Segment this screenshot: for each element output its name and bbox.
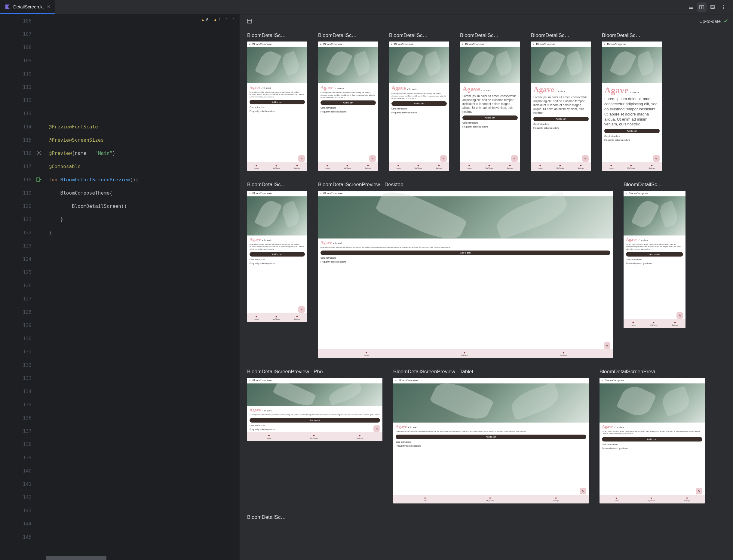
code-line[interactable]	[49, 239, 240, 253]
run-gutter-icon[interactable]	[36, 177, 42, 183]
line-number[interactable]: 127	[0, 292, 32, 306]
line-number[interactable]: 110	[0, 67, 32, 81]
line-number[interactable]: 143	[0, 504, 32, 517]
preview-canvas[interactable]: ≡BloomComposeAgave ✓ In stockLorem ipsum…	[599, 378, 705, 503]
line-number[interactable]: 128	[0, 306, 32, 319]
code-line[interactable]: @PreviewScreenSizes	[49, 134, 240, 147]
line-number[interactable]: 142	[0, 491, 32, 504]
file-tab[interactable]: DetailScreen.kt ✕	[0, 0, 55, 14]
line-number[interactable]: 116	[0, 147, 32, 160]
inspection-widget[interactable]: ▲ 6 ▲ 1 ˄ ˅	[201, 17, 235, 22]
line-number[interactable]: 141	[0, 478, 32, 491]
line-number[interactable]: 139	[0, 451, 32, 464]
horizontal-scrollbar[interactable]	[46, 556, 106, 560]
code-line[interactable]	[49, 94, 240, 107]
code-line[interactable]	[49, 332, 240, 345]
code-line[interactable]	[49, 385, 240, 398]
code-line[interactable]	[49, 319, 240, 332]
line-number[interactable]: 113	[0, 107, 32, 120]
code-line[interactable]	[49, 306, 240, 319]
code-line[interactable]	[49, 411, 240, 425]
code-line[interactable]	[49, 67, 240, 81]
line-number[interactable]: 121	[0, 213, 32, 226]
preview-canvas[interactable]: ≡BloomComposeAgave ✓ In stockLorem ipsum…	[247, 378, 382, 441]
code-line[interactable]	[49, 464, 240, 478]
line-number[interactable]: 109	[0, 54, 32, 67]
split-view-icon[interactable]	[697, 2, 707, 12]
code-content[interactable]: @PreviewFontScale@PreviewScreenSizes@Pre…	[46, 14, 240, 560]
code-line[interactable]: @PreviewFontScale	[49, 120, 240, 134]
code-line[interactable]	[49, 279, 240, 292]
code-line[interactable]	[49, 531, 240, 544]
line-number[interactable]: 145	[0, 531, 32, 544]
design-view-icon[interactable]	[708, 2, 717, 12]
line-number[interactable]: 133	[0, 372, 32, 385]
code-line[interactable]	[49, 358, 240, 372]
code-line[interactable]	[49, 491, 240, 504]
line-number[interactable]: 131	[0, 345, 32, 358]
code-line[interactable]	[49, 372, 240, 385]
line-number[interactable]: 123	[0, 239, 32, 253]
line-number[interactable]: 126	[0, 279, 32, 292]
code-line[interactable]	[49, 425, 240, 438]
preview-canvas[interactable]: ≡BloomComposeAgave ✓ In stockLorem ipsum…	[531, 42, 591, 171]
code-line[interactable]: }	[49, 213, 240, 226]
code-line[interactable]: BloomComposeTheme{	[49, 186, 240, 200]
code-line[interactable]	[49, 517, 240, 531]
line-number[interactable]: 114	[0, 120, 32, 134]
warning-count-1[interactable]: ▲ 6	[201, 17, 209, 22]
line-number[interactable]: 137	[0, 425, 32, 438]
code-only-view-icon[interactable]	[686, 2, 696, 12]
preview-canvas[interactable]: ≡BloomComposeAgave ✓ In stockLorem ipsum…	[624, 191, 685, 328]
preview-canvas[interactable]: ≡BloomComposeAgave ✓ In stockLorem ipsum…	[602, 42, 662, 171]
line-number[interactable]: 134	[0, 385, 32, 398]
preview-canvas[interactable]: ≡BloomComposeAgave ✓ In stockLorem ipsum…	[393, 378, 589, 503]
code-line[interactable]	[49, 41, 240, 54]
preview-canvas[interactable]: ≡BloomComposeAgave ✓ In stockLorem ipsum…	[389, 42, 449, 171]
code-line[interactable]	[49, 478, 240, 491]
code-area[interactable]: 1061071081091101111121131141151161171181…	[0, 14, 240, 560]
line-number[interactable]: 129	[0, 319, 32, 332]
line-number[interactable]: 120	[0, 200, 32, 213]
code-line[interactable]	[49, 504, 240, 517]
next-highlight-icon[interactable]: ˅	[233, 17, 235, 22]
gear-icon[interactable]	[36, 150, 42, 156]
line-number[interactable]: 132	[0, 358, 32, 372]
code-line[interactable]	[49, 107, 240, 120]
line-number[interactable]: 122	[0, 226, 32, 239]
preview-canvas[interactable]: ≡BloomComposeAgave ✓ In stockLorem ipsum…	[460, 42, 520, 171]
code-line[interactable]: @Preview(name = "Main")	[49, 147, 240, 160]
line-number[interactable]: 118	[0, 173, 32, 186]
line-number[interactable]: 144	[0, 517, 32, 531]
line-number[interactable]: 106	[0, 14, 32, 28]
line-number[interactable]: 124	[0, 253, 32, 266]
line-number[interactable]: 125	[0, 266, 32, 279]
line-number[interactable]: 107	[0, 28, 32, 41]
code-line[interactable]	[49, 398, 240, 411]
line-number[interactable]: 140	[0, 464, 32, 478]
line-number-gutter[interactable]: 1061071081091101111121131141151161171181…	[0, 14, 46, 560]
tab-close-icon[interactable]: ✕	[47, 4, 51, 9]
line-number[interactable]: 130	[0, 332, 32, 345]
prev-highlight-icon[interactable]: ˄	[226, 17, 228, 22]
preview-grid[interactable]: BloomDetailSc…≡BloomComposeAgave ✓ In st…	[240, 28, 733, 560]
preview-canvas[interactable]: ≡BloomComposeAgave ✓ In stockLorem ipsum…	[318, 42, 378, 171]
code-line[interactable]: }	[49, 226, 240, 239]
code-line[interactable]	[49, 292, 240, 306]
code-line[interactable]: @Composable	[49, 160, 240, 173]
code-line[interactable]	[49, 253, 240, 266]
preview-layout-icon[interactable]	[245, 16, 254, 26]
code-line[interactable]	[49, 438, 240, 451]
preview-canvas[interactable]: ≡BloomComposeAgave ✓ In stockLorem ipsum…	[318, 191, 613, 358]
line-number[interactable]: 117	[0, 160, 32, 173]
code-line[interactable]	[49, 266, 240, 279]
line-number[interactable]: 136	[0, 411, 32, 425]
line-number[interactable]: 138	[0, 438, 32, 451]
code-line[interactable]: fun BloomDetailScreenPreview(){	[49, 173, 240, 186]
line-number[interactable]: 111	[0, 81, 32, 94]
preview-canvas[interactable]: ≡BloomComposeAgave ✓ In stockLorem ipsum…	[247, 191, 307, 322]
more-actions-icon[interactable]	[719, 2, 728, 12]
code-line[interactable]	[49, 345, 240, 358]
code-line[interactable]	[49, 28, 240, 41]
preview-canvas[interactable]: ≡BloomComposeAgave ✓ In stockLorem ipsum…	[247, 42, 307, 171]
